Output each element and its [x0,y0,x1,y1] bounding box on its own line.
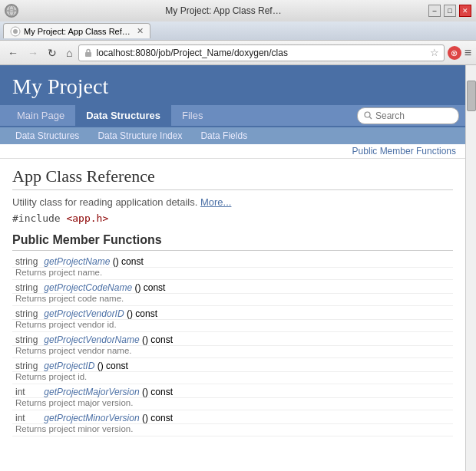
member-signature: () const [140,334,173,345]
include-line: #include <app.h> [12,212,453,224]
address-bar[interactable]: ☆ [78,44,444,61]
browser-icon [5,4,18,18]
include-prefix: #include [12,212,66,224]
star-icon[interactable]: ☆ [430,47,439,58]
table-row-desc: Returns project major version. [12,398,453,410]
tab-close-button[interactable]: ✕ [137,26,144,36]
member-func[interactable]: getProjectVendorName () const [41,332,453,346]
back-button[interactable]: ← [5,45,21,61]
member-func-link[interactable]: getProjectVendorName [44,334,139,345]
member-type: string [12,280,41,294]
window-title: My Project: App Class Ref… [18,5,428,16]
svg-point-5 [365,112,370,117]
nav-icons: ⊗ ≡ [448,46,471,60]
member-signature: () const [132,282,165,293]
browser-tab-bar: My Project: App Class Ref… ✕ [0,21,476,40]
svg-point-3 [13,29,18,34]
member-func[interactable]: getProjectVendorID () const [41,306,453,320]
svg-rect-4 [85,52,91,57]
table-row-desc: Returns project vendor name. [12,346,453,358]
search-box[interactable] [357,107,459,124]
member-type: string [12,358,41,372]
table-row: string getProjectID () const [12,358,453,372]
scrollbar-track[interactable] [465,65,476,471]
doxygen-sub-tabs: Data Structures Data Structure Index Dat… [0,127,465,144]
table-row: int getProjectMinorVersion () const [12,410,453,424]
subtab-data-structure-index[interactable]: Data Structure Index [88,127,191,144]
main-content: App Class Reference Utility class for re… [0,159,465,471]
content-area: My Project Main Page Data Structures Fil… [0,65,465,471]
member-func-link[interactable]: getProjectName [44,256,110,267]
table-row: string getProjectVendorID () const [12,306,453,320]
subtab-data-structures[interactable]: Data Structures [6,127,88,144]
table-row-desc: Returns project minor version. [12,424,453,436]
table-row-desc: Returns project code name. [12,294,453,306]
member-signature: () const [110,256,143,267]
close-button[interactable]: ✕ [459,5,471,17]
member-table: string getProjectName () const Returns p… [12,254,453,436]
title-bar-left [5,4,18,18]
lock-icon [84,48,93,58]
description-text: Utility class for reading application de… [12,196,197,208]
member-type: string [12,306,41,320]
doxygen-header: My Project [0,65,465,105]
table-row: string getProjectName () const [12,254,453,268]
home-button[interactable]: ⌂ [63,45,75,61]
include-file: <app.h> [66,212,108,224]
member-func[interactable]: getProjectName () const [41,254,453,268]
member-desc: Returns project vendor name. [12,346,453,358]
forward-button[interactable]: → [25,45,41,61]
page-title: App Class Reference [12,166,453,190]
table-row: string getProjectCodeName () const [12,280,453,294]
member-func-link[interactable]: getProjectMajorVersion [44,387,139,397]
table-row: int getProjectMajorVersion () const [12,384,453,398]
svg-line-6 [370,117,372,120]
member-func[interactable]: getProjectCodeName () const [41,280,453,294]
member-func-link[interactable]: getProjectMinorVersion [44,413,139,423]
more-link[interactable]: More... [200,196,231,208]
window-chrome: My Project: App Class Ref… – □ ✕ My Proj… [0,0,476,41]
member-func[interactable]: getProjectMajorVersion () const [41,384,453,398]
member-func-link[interactable]: getProjectCodeName [44,282,132,293]
table-row-desc: Returns project vendor id. [12,320,453,332]
menu-icon[interactable]: ≡ [464,46,471,60]
table-row-desc: Returns project id. [12,372,453,384]
table-row-desc: Returns project name. [12,268,453,280]
member-type: string [12,254,41,268]
member-type: int [12,384,41,398]
maximize-button[interactable]: □ [444,5,456,17]
minimize-button[interactable]: – [428,5,441,17]
browser-tab[interactable]: My Project: App Class Ref… ✕ [3,23,150,38]
member-signature: () const [140,387,173,397]
page-wrapper: My Project Main Page Data Structures Fil… [0,65,476,471]
member-func-link[interactable]: getProjectVendorID [44,308,124,319]
member-desc: Returns project id. [12,372,453,384]
member-func[interactable]: getProjectID () const [41,358,453,372]
member-desc: Returns project major version. [12,398,453,410]
stop-icon[interactable]: ⊗ [448,46,461,60]
member-desc: Returns project vendor id. [12,320,453,332]
tab-main-page[interactable]: Main Page [6,105,75,126]
tab-files[interactable]: Files [171,105,213,126]
member-desc: Returns project name. [12,268,453,280]
section-title-public-member-functions: Public Member Functions [12,233,453,251]
tab-data-structures[interactable]: Data Structures [75,105,171,126]
breadcrumb-link[interactable]: Public Member Functions [352,146,456,156]
project-title: My Project [12,74,453,99]
refresh-button[interactable]: ↻ [45,45,60,61]
member-signature: () const [94,361,127,371]
description: Utility class for reading application de… [12,196,453,208]
table-row: string getProjectVendorName () const [12,332,453,346]
subtab-data-fields[interactable]: Data Fields [191,127,256,144]
svg-point-0 [6,5,17,16]
scrollbar-thumb[interactable] [467,81,476,111]
search-input[interactable] [375,110,452,121]
member-signature: () const [140,413,173,423]
doxygen-main-tabs: Main Page Data Structures Files [0,105,465,127]
title-bar: My Project: App Class Ref… – □ ✕ [0,0,476,21]
browser-tab-label: My Project: App Class Ref… [24,27,131,36]
address-input[interactable] [96,48,426,58]
member-desc: Returns project code name. [12,294,453,306]
member-func-link[interactable]: getProjectID [44,361,94,371]
member-func[interactable]: getProjectMinorVersion () const [41,410,453,424]
